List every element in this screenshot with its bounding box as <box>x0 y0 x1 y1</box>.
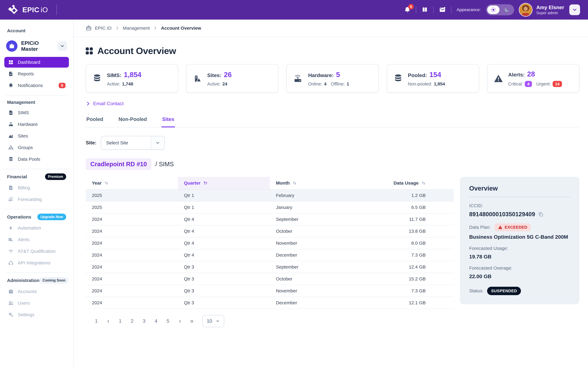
stat-sub-value: 1 <box>347 82 349 87</box>
sidebar-item-hardware[interactable]: Hardware <box>4 119 69 130</box>
sidebar-item-billing[interactable]: $ Billing <box>4 183 69 193</box>
table-row[interactable]: 2024Qtr 4December7.3 GB <box>86 249 454 261</box>
stat-label: Sites: <box>207 72 221 78</box>
sidebar-item-sites[interactable]: Sites <box>4 131 69 141</box>
appearance-toggle[interactable] <box>486 4 514 15</box>
breadcrumb-item[interactable]: Management <box>123 25 150 31</box>
sidebar-item-groups[interactable]: Groups <box>4 142 69 153</box>
selected-site-name[interactable]: Cradlepoint RD #10 <box>86 158 151 170</box>
tab-pooled[interactable]: Pooled <box>86 116 104 127</box>
stat-sub-label: Offline: <box>331 82 345 87</box>
org-switcher[interactable]: EPICiO Master <box>6 40 67 52</box>
user-avatar[interactable] <box>519 3 532 16</box>
column-header-quarter[interactable]: Quarter <box>178 177 270 189</box>
forecasted-usage-value: 19.78 GB <box>469 254 570 260</box>
sort-asc-icon <box>203 181 208 185</box>
page-button-5[interactable]: 5 <box>163 316 173 327</box>
email-contact-link[interactable]: Email Contact <box>86 101 124 106</box>
sidebar-item-reports[interactable]: Reports <box>4 68 69 79</box>
stat-sub-label: Online: <box>308 82 322 87</box>
sidebar-item-data-pools[interactable]: Data Pools <box>4 154 69 165</box>
sidebar-item-att-qualification[interactable]: AT&T Qualification <box>4 246 69 257</box>
chevron-down-icon[interactable] <box>151 136 164 150</box>
table-row[interactable]: 2024Qtr 3December12.1 GB <box>86 297 454 309</box>
tab-bar: Pooled Non-Pooled Sites <box>86 116 579 127</box>
breadcrumb-item[interactable]: EPIC iO <box>95 25 112 31</box>
overview-divider <box>469 197 570 197</box>
page-button-2[interactable]: 2 <box>127 316 137 327</box>
org-name: EPICiO Master <box>21 40 54 52</box>
forecasted-overage-label: Forecasted Overage: <box>469 266 570 271</box>
table-row[interactable]: 2025Qtr 1January6.5 GB <box>86 201 454 213</box>
database-icon <box>8 157 14 162</box>
page-button-1[interactable]: 1 <box>115 316 125 327</box>
sidebar-divider <box>6 209 68 209</box>
wifi-alert-icon <box>8 249 14 254</box>
status-label: Status: <box>469 288 484 293</box>
sidebar-item-sims[interactable]: SIMS <box>4 107 69 118</box>
docs-book-icon[interactable] <box>421 6 428 13</box>
page-button-4[interactable]: 4 <box>151 316 161 327</box>
column-header-month[interactable]: Month <box>270 177 360 189</box>
overview-panel: Overview ICCID: 89148000010350129409 Dat… <box>460 177 579 304</box>
sim-card-icon <box>8 110 14 115</box>
tab-non-pooled[interactable]: Non-Pooled <box>118 116 147 127</box>
sidebar-item-dashboard[interactable]: Dashboard <box>4 57 69 67</box>
site-filter-label: Site: <box>86 140 96 146</box>
usage-table: Year Quarter Month Data Usage <box>86 177 454 327</box>
upgrade-now-badge[interactable]: Upgrade Now <box>37 214 66 220</box>
table-row[interactable]: 2024Qtr 4September11.7 GB <box>86 213 454 225</box>
sidebar-item-automation[interactable]: Automation <box>4 223 69 233</box>
sidebar-item-alerts[interactable]: Alerts <box>4 234 69 245</box>
site-heading-suffix: / SIMS <box>156 161 174 167</box>
topbar-separator <box>451 6 451 13</box>
stat-card-pooled: Pooled:154 Non-pooled:1,854 <box>387 64 479 93</box>
last-page-button[interactable]: » <box>187 316 197 327</box>
light-mode-sun-icon[interactable] <box>487 6 500 14</box>
sidebar-item-users[interactable]: Users <box>4 298 69 309</box>
dark-mode-moon-icon[interactable] <box>501 6 513 14</box>
site-select-dropdown[interactable]: Select Site <box>101 136 164 150</box>
stat-value: 154 <box>429 70 441 79</box>
pagination: 1 ‹ 1 2 3 4 5 › » 10 <box>91 315 454 327</box>
stat-sub-label: Active: <box>207 82 221 87</box>
copy-icon[interactable] <box>538 212 544 217</box>
user-menu-chevron-down-icon[interactable] <box>569 4 580 15</box>
sidebar-section-management: Management <box>7 100 35 105</box>
next-page-button[interactable]: › <box>175 316 185 327</box>
table-row[interactable]: 2025Qtr 1February1.2 GB <box>86 190 454 201</box>
appearance-label: Appearance: <box>457 7 481 12</box>
sidebar-section-financial: Financial <box>7 174 27 179</box>
table-row[interactable]: 2024Qtr 3November7.3 GB <box>86 285 454 297</box>
table-row[interactable]: 2024Qtr 3September12.4 GB <box>86 261 454 273</box>
table-row[interactable]: 2024Qtr 3October15.2 GB <box>86 273 454 285</box>
notifications-bell-icon[interactable]: 8 <box>404 6 411 13</box>
stat-value: 28 <box>527 70 535 78</box>
sidebar-item-notifications[interactable]: Notifications 8 <box>4 80 69 91</box>
column-header-data-usage[interactable]: Data Usage <box>360 177 432 189</box>
mail-envelope-icon[interactable] <box>439 6 446 13</box>
notification-count-badge: 8 <box>408 4 414 9</box>
sidebar-item-api-integrations[interactable]: API Integrations <box>4 258 69 268</box>
org-chevron-down-icon[interactable] <box>58 41 67 51</box>
stat-card-hardware: Hardware:5 Online:4Offline:1 <box>286 64 379 93</box>
tab-sites[interactable]: Sites <box>162 116 175 127</box>
first-page-button[interactable]: 1 <box>91 316 101 327</box>
billing-invoice-icon: $ <box>8 185 14 190</box>
sidebar-item-settings[interactable]: Settings <box>4 309 69 320</box>
svg-text:$: $ <box>11 199 13 201</box>
sidebar-item-accounts[interactable]: Accounts <box>4 286 69 297</box>
sidebar-item-forecasting[interactable]: $ Forecasting <box>4 194 69 205</box>
stat-cards: SIMS:1,854 Active:1,748 Sites:26 Active:… <box>86 64 579 93</box>
column-header-year[interactable]: Year <box>86 177 178 189</box>
sidebar-item-label: Alerts <box>18 237 30 242</box>
rows-per-page-select[interactable]: 10 <box>202 315 224 327</box>
prev-page-button[interactable]: ‹ <box>103 316 113 327</box>
page-button-3[interactable]: 3 <box>139 316 149 327</box>
table-row[interactable]: 2024Qtr 4October13.8 GB <box>86 225 454 237</box>
table-row[interactable]: 2024Qtr 4November8.0 GB <box>86 237 454 249</box>
stat-card-alerts: Alerts:28 Critical: 4 Urgent: 14 <box>487 64 579 93</box>
sidebar: Account EPICiO Master Dashboard Reports <box>0 20 73 367</box>
chevron-right-icon <box>86 101 90 106</box>
urgent-count-badge: 14 <box>553 81 562 87</box>
